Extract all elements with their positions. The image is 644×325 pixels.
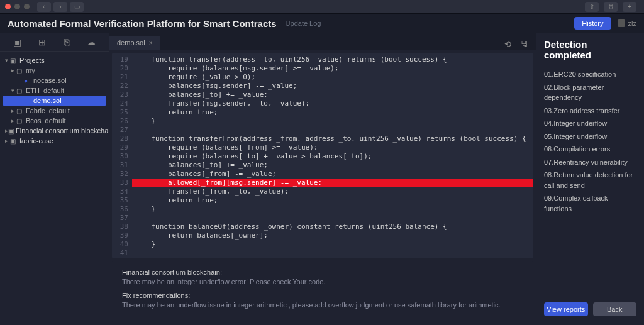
tree-caret-icon: ▾ [11,87,16,94]
code-line[interactable]: return true; [132,108,533,117]
code-line[interactable]: Transfer(msg.sender, _to, _value); [132,99,533,108]
code-line[interactable]: require (_value > 0); [132,73,533,82]
new-file-icon[interactable]: ⊞ [37,37,47,47]
line-number: 19 [112,55,128,64]
line-number: 35 [112,196,128,205]
tree-item[interactable]: ▸▣fabric-case [3,136,106,146]
close-window-icon[interactable] [5,4,11,9]
detection-item[interactable]: 09.Complex callback functions [544,192,636,215]
line-number: 24 [112,99,128,108]
line-number: 32 [112,170,128,179]
code-line[interactable]: return balances[_owner]; [132,231,533,240]
code-line[interactable]: allowed[_from][msg.sender] -= _value; [132,179,533,187]
code-line[interactable]: balances[_to] += _value; [132,161,533,170]
tree-item[interactable]: ▸▢my [3,65,106,75]
line-number: 20 [112,64,128,73]
layout-button[interactable]: ▭ [70,2,84,12]
tree-item[interactable]: ●nocase.sol [3,75,106,85]
maximize-window-icon[interactable] [24,4,30,9]
update-log-link[interactable]: Update Log [286,19,321,27]
user-icon [618,19,625,27]
line-number: 30 [112,152,128,161]
cloud-icon[interactable]: ☁ [86,37,96,47]
code-line[interactable]: require (balances[_from] >= _value); [132,143,533,152]
tree-item[interactable]: ●demo.sol [3,96,106,106]
line-number: 33 [112,179,128,187]
line-gutter: 1920212223242526272829303132333435363738… [112,53,132,258]
line-number: 25 [112,108,128,117]
settings-button[interactable]: ⚙ [604,2,618,12]
code-line[interactable]: function transfer(address _to, uint256 _… [132,55,533,64]
tabbar: demo.sol × ⟲ 🖫 [109,33,536,50]
code-line[interactable]: balances[_from] -= _value; [132,170,533,179]
tree-node-label: nocase.sol [33,77,67,84]
minimize-window-icon[interactable] [14,4,20,9]
code-line[interactable]: Transfer(_from, _to, _value); [132,187,533,196]
tree-caret-icon: ▸ [11,107,16,114]
line-number: 31 [112,161,128,170]
user-info[interactable]: zlz [618,19,636,27]
detection-item[interactable]: 05.Integer underflow [544,130,636,143]
editor-area: demo.sol × ⟲ 🖫 1920212223242526272829303… [109,33,536,325]
line-number: 26 [112,117,128,126]
header: Automated Formal Verification Platform f… [0,14,644,33]
line-number: 41 [112,249,128,258]
detection-item[interactable]: 08.Return value detection for call and s… [544,168,636,192]
tab-close-icon[interactable]: × [149,40,153,47]
code-line[interactable]: return true; [132,196,533,205]
tree-node-label: Projects [19,57,45,64]
code-line[interactable]: balances[_to] += _value; [132,91,533,99]
tree-node-icon: ▢ [16,67,24,74]
code-line[interactable]: } [132,205,533,214]
back-button[interactable]: Back [593,302,637,316]
detection-item[interactable]: 06.Compilation errors [544,143,636,156]
code-content[interactable]: function transfer(address _to, uint256 _… [132,53,533,258]
code-line[interactable] [132,126,533,135]
detection-item[interactable]: 04.Integer underflow [544,117,636,130]
code-line[interactable]: } [132,240,533,249]
code-line[interactable]: } [132,117,533,126]
tree-item[interactable]: ▾▣Projects [3,55,106,65]
code-line[interactable] [132,214,533,223]
tree-item[interactable]: ▾▢ETH_default [3,85,106,96]
line-number: 29 [112,143,128,152]
tree-node-icon: ▣ [10,57,18,64]
view-reports-button[interactable]: View reports [544,302,588,316]
save-icon[interactable]: 🖫 [519,40,530,50]
tree-node-icon: ● [24,77,31,84]
tree-item[interactable]: ▸▢Bcos_default [3,116,106,126]
line-number: 34 [112,187,128,196]
tree-node-icon: ▢ [16,118,24,124]
copy-icon[interactable]: ⎘ [62,37,72,47]
library-icon[interactable]: ▣ [13,37,23,47]
code-line[interactable]: function approve(address _spender, uint2… [132,258,533,258]
line-number: 27 [112,126,128,135]
tree-node-label: fabric-case [19,137,53,145]
nav-forward-button[interactable]: › [53,2,67,12]
line-number: 23 [112,91,128,99]
code-line[interactable] [132,249,533,258]
code-line[interactable]: require (balances[_to] + _value > balanc… [132,152,533,161]
detection-item[interactable]: 02.Block parameter dependency [544,81,636,104]
detection-item[interactable]: 03.Zero address transfer [544,104,636,118]
refresh-icon[interactable]: ⟲ [504,40,514,50]
code-line[interactable]: function transferFrom(address _from, add… [132,135,533,143]
history-button[interactable]: History [574,17,611,30]
add-button[interactable]: + [623,2,636,12]
detection-item[interactable]: 07.Reentrancy vulnerability [544,156,636,169]
nav-back-button[interactable]: ‹ [37,2,51,12]
tree-caret-icon: ▸ [11,118,16,124]
code-line[interactable]: require (balances[msg.sender] >= _value)… [132,64,533,73]
code-line[interactable]: balances[msg.sender] -= _value; [132,82,533,91]
tab-demo[interactable]: demo.sol × [109,36,160,50]
info-title-1: Financial consortium blockchain: [122,268,523,276]
tree-item[interactable]: ▸▢Fabric_default [3,106,106,116]
upload-button[interactable]: ⇧ [585,2,599,12]
tree-node-icon: ▢ [16,87,24,94]
detection-item[interactable]: 01.ERC20 specification [544,68,636,81]
code-editor[interactable]: 1920212223242526272829303132333435363738… [112,53,533,258]
tree-node-icon: ▢ [16,107,24,114]
tree-item[interactable]: ▸▣Financial consortium blockchain [3,126,106,136]
sidebar-toolbar: ▣ ⊞ ⎘ ☁ [0,33,109,52]
code-line[interactable]: function balanceOf(address _owner) const… [132,223,533,231]
